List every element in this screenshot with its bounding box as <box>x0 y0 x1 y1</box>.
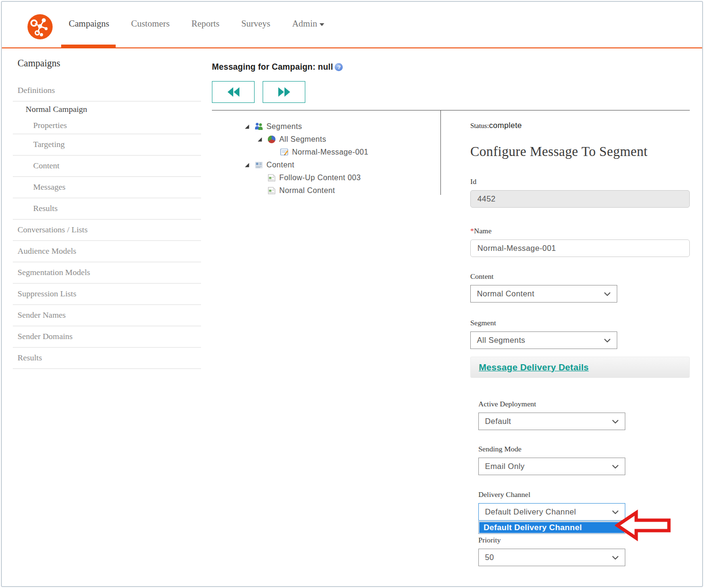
content-label: Content <box>470 272 690 281</box>
status-label: Status: <box>470 122 489 129</box>
configure-message-form: Status:complete Configure Message To Seg… <box>440 110 690 566</box>
active-deployment-label: Active Deployment <box>478 400 690 408</box>
segments-people-icon <box>255 122 263 131</box>
tree-node-label: Normal Content <box>279 186 335 195</box>
id-field <box>470 190 690 208</box>
name-field[interactable] <box>470 239 690 257</box>
app-window: Campaigns Customers Reports Surveys Admi… <box>1 1 703 587</box>
status-badge: complete <box>489 121 521 129</box>
segment-select[interactable]: All Segments <box>470 331 617 349</box>
segment-select-value: All Segments <box>477 336 525 345</box>
tree-node-label: All Segments <box>279 135 326 144</box>
message-document-icon <box>280 148 289 156</box>
id-label: Id <box>470 177 690 186</box>
name-label: Name <box>474 227 492 235</box>
next-message-button[interactable] <box>263 81 305 103</box>
sidebar-item-suppression-lists[interactable]: Suppression Lists <box>13 284 201 305</box>
sending-mode-label: Sending Mode <box>478 445 690 453</box>
message-navigation-toolbar <box>212 81 690 103</box>
chevron-down-icon <box>320 23 324 26</box>
sidebar-item-results[interactable]: Results <box>13 198 201 220</box>
chevron-down-icon <box>604 292 611 296</box>
sidebar-item-sender-domains[interactable]: Sender Domains <box>13 326 201 348</box>
chevron-down-icon <box>612 419 619 423</box>
nav-tab-surveys[interactable]: Surveys <box>241 18 270 29</box>
chevron-down-icon <box>612 555 619 560</box>
sending-mode-select[interactable]: Email Only <box>478 458 625 475</box>
status-line: Status:complete <box>470 121 690 130</box>
sidebar-item-normal-campaign[interactable]: Normal Campaign <box>13 101 201 118</box>
delivery-channel-label: Delivery Channel <box>478 490 690 499</box>
previous-message-button[interactable] <box>212 81 255 103</box>
nav-menu: Campaigns Customers Reports Surveys Admi… <box>69 2 324 46</box>
tree-node-segments[interactable]: Segments <box>244 120 440 133</box>
tree-node-follow-up-content-003[interactable]: Follow-Up Content 003 <box>256 171 440 184</box>
nav-tab-customers[interactable]: Customers <box>131 18 170 29</box>
sidebar-item-segmentation-models[interactable]: Segmentation Models <box>13 262 201 284</box>
message-delivery-details-panel[interactable]: Message Delivery Details <box>470 357 690 378</box>
brand-logo-icon[interactable] <box>27 14 53 40</box>
chevron-down-icon <box>604 338 611 342</box>
priority-select[interactable]: 50 <box>478 549 625 566</box>
expand-triangle-icon[interactable] <box>256 136 263 143</box>
fast-forward-icon <box>278 87 291 97</box>
nav-tab-reports[interactable]: Reports <box>192 18 219 29</box>
chevron-down-icon <box>612 464 619 469</box>
segment-label: Segment <box>470 319 690 327</box>
sidebar-item-conversations-lists[interactable]: Conversations / Lists <box>13 220 201 241</box>
tree-node-normal-content[interactable]: Normal Content <box>256 184 440 197</box>
nav-tab-admin-label: Admin <box>292 18 317 29</box>
active-deployment-select[interactable]: Default <box>478 413 625 430</box>
tree-node-label: Content <box>266 161 294 169</box>
sidebar-item-properties[interactable]: Properties <box>13 118 201 134</box>
tree-node-content[interactable]: Content <box>244 158 440 171</box>
chevron-down-icon <box>612 510 619 514</box>
nav-tab-admin[interactable]: Admin <box>292 18 324 29</box>
tree-node-normal-message-001[interactable]: Normal-Message-001 <box>269 146 440 158</box>
form-heading: Configure Message To Segment <box>470 144 690 159</box>
message-delivery-details-link[interactable]: Message Delivery Details <box>479 362 589 373</box>
main-content: Messaging for Campaign: null ? <box>201 48 702 587</box>
content-select-value: Normal Content <box>477 289 534 298</box>
priority-select-value: 50 <box>485 553 494 562</box>
expand-triangle-icon[interactable] <box>244 123 250 130</box>
active-deployment-select-value: Default <box>485 417 511 426</box>
tree-node-all-segments[interactable]: All Segments <box>256 133 440 146</box>
nav-tab-campaigns[interactable]: Campaigns <box>69 18 110 29</box>
delivery-channel-dropdown: Default Delivery Channel <box>478 521 625 534</box>
delivery-channel-select[interactable]: Default Delivery Channel <box>478 503 625 521</box>
content-select[interactable]: Normal Content <box>470 285 617 303</box>
priority-label: Priority <box>478 536 690 544</box>
top-navigation: Campaigns Customers Reports Surveys Admi… <box>2 2 702 48</box>
expand-triangle-icon[interactable] <box>244 162 250 168</box>
message-tree: Segments All Segments <box>212 110 440 566</box>
content-folder-icon <box>255 161 263 169</box>
document-icon <box>267 174 276 182</box>
sidebar-item-content[interactable]: Content <box>13 156 201 177</box>
sidebar-item-sender-names[interactable]: Sender Names <box>13 305 201 326</box>
required-asterisk: * <box>470 227 474 235</box>
panel-divider <box>440 110 441 195</box>
tree-node-label: Follow-Up Content 003 <box>279 174 361 182</box>
sidebar: Campaigns Definitions Normal Campaign Pr… <box>2 48 201 587</box>
tree-node-label: Segments <box>266 122 302 131</box>
sidebar-item-audience-models[interactable]: Audience Models <box>13 241 201 262</box>
sidebar-item-definitions[interactable]: Definitions <box>13 80 201 101</box>
document-icon <box>267 186 276 195</box>
tree-node-label: Normal-Message-001 <box>292 148 368 156</box>
sending-mode-select-value: Email Only <box>485 462 525 471</box>
sidebar-item-targeting[interactable]: Targeting <box>13 134 201 156</box>
delivery-channel-option-default[interactable]: Default Delivery Channel <box>479 522 624 533</box>
page-title: Messaging for Campaign: null <box>212 62 333 72</box>
delivery-channel-select-value: Default Delivery Channel <box>485 507 576 516</box>
sidebar-title: Campaigns <box>13 53 201 80</box>
pie-chart-icon <box>267 135 276 144</box>
sidebar-item-results-bottom[interactable]: Results <box>13 348 201 369</box>
help-icon[interactable]: ? <box>335 63 343 71</box>
rewind-icon <box>227 87 240 97</box>
sidebar-item-messages[interactable]: Messages <box>13 177 201 198</box>
